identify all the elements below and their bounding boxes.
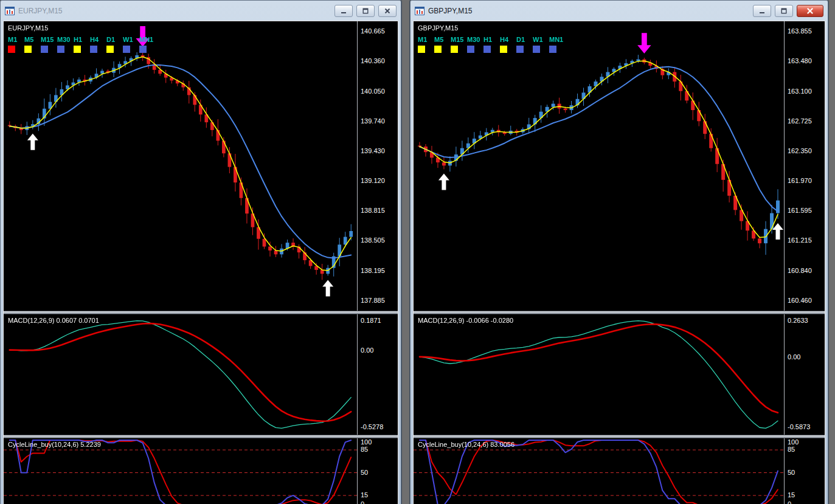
cycle-scale-label: 15 (788, 491, 795, 499)
price-scale-label: 161.970 (788, 177, 812, 185)
macd-panel: MACD(12,26,9) -0.0066 -0.0280 0.2633 0.0… (414, 314, 825, 435)
timeframe-status-box (533, 46, 540, 53)
cycle-plot[interactable]: CycleLine_buy(10,24,6) 83.0056 (414, 438, 784, 504)
cycle-label: CycleLine_buy(10,24,6) 83.0056 (418, 441, 515, 448)
main-chart-canvas[interactable] (4, 21, 357, 311)
cycle-scale-label: 100 (788, 438, 799, 446)
minimize-icon (341, 8, 347, 14)
minimize-button[interactable] (334, 5, 353, 17)
cycle-scale-label: 0 (788, 500, 791, 504)
timeframe-cell: M30 (57, 36, 74, 53)
chart-icon (415, 6, 424, 16)
close-button[interactable] (797, 5, 823, 17)
cycle-scale[interactable]: 1008550150 (357, 438, 398, 504)
timeframe-cell: M5 (434, 36, 451, 53)
timeframe-label: M15 (41, 36, 57, 43)
price-scale[interactable]: 163.855163.480163.100162.725162.350161.9… (784, 21, 825, 311)
cycle-scale-label: 15 (361, 491, 368, 499)
price-scale-label: 139.430 (361, 147, 385, 155)
macd-scale[interactable]: 0.2633 0.00 -0.5873 (784, 314, 825, 435)
maximize-icon (362, 8, 369, 14)
macd-scale-max: 0.2633 (788, 317, 808, 325)
macd-panel: MACD(12,26,9) 0.0607 0.0701 0.1871 0.00 … (4, 314, 398, 435)
close-icon (384, 8, 390, 14)
timeframe-label: H4 (90, 36, 106, 43)
maximize-button[interactable] (775, 5, 793, 17)
price-scale-label: 137.885 (361, 297, 385, 305)
symbol-label: GBPJPY,M15 (418, 24, 458, 32)
main-chart-plot[interactable]: EURJPY,M15 M1M5M15M30H1H4D1W1MN1 (4, 21, 357, 311)
cycle-canvas[interactable] (4, 438, 357, 504)
maximize-button[interactable] (356, 5, 375, 17)
timeframe-cell: D1 (106, 36, 123, 53)
cycle-canvas[interactable] (414, 438, 784, 504)
timeframe-cell: H4 (500, 36, 516, 53)
timeframe-label: M15 (451, 36, 467, 43)
timeframe-label: M30 (57, 36, 74, 43)
close-button[interactable] (378, 5, 397, 17)
chart-icon (5, 6, 15, 16)
cycle-scale[interactable]: 1008550150 (784, 438, 825, 504)
cycle-panel: CycleLine_buy(10,24,6) 83.0056 100855015… (414, 438, 825, 504)
price-scale-label: 163.480 (788, 57, 812, 65)
macd-canvas[interactable] (4, 314, 357, 435)
timeframe-label: M5 (434, 36, 451, 43)
window-title: EURJPY,M15 (18, 7, 331, 15)
timeframe-status-box (41, 46, 48, 53)
timeframe-label: M5 (24, 36, 41, 43)
timeframe-status-box (549, 46, 556, 53)
cycle-scale-label: 50 (361, 469, 368, 477)
price-scale-label: 140.360 (361, 57, 385, 65)
minimize-icon (759, 8, 765, 14)
macd-plot[interactable]: MACD(12,26,9) 0.0607 0.0701 (4, 314, 357, 435)
timeframe-label: H4 (500, 36, 516, 43)
timeframe-label: H1 (483, 36, 500, 43)
price-scale[interactable]: 140.665140.360140.050139.740139.430139.1… (357, 21, 398, 311)
macd-scale[interactable]: 0.1871 0.00 -0.5278 (357, 314, 398, 435)
timeframe-status-box (139, 46, 147, 53)
timeframe-panel: M1M5M15M30H1H4D1W1MN1 (8, 36, 156, 53)
minimize-button[interactable] (753, 5, 771, 17)
macd-scale-zero: 0.00 (361, 346, 373, 354)
timeframe-status-box (516, 46, 524, 53)
price-scale-label: 138.195 (361, 267, 385, 275)
main-chart-canvas[interactable] (414, 21, 784, 311)
timeframe-cell: H1 (483, 36, 500, 53)
timeframe-status-box (123, 46, 130, 53)
timeframe-cell: H4 (90, 36, 106, 53)
cycle-panel: CycleLine_buy(10,24,6) 5.2239 1008550150 (4, 438, 398, 504)
timeframe-label: W1 (533, 36, 549, 43)
timeframe-status-box (467, 46, 474, 53)
cycle-scale-label: 0 (361, 500, 364, 504)
macd-label: MACD(12,26,9) -0.0066 -0.0280 (418, 317, 513, 324)
chart-client-area: EURJPY,M15 M1M5M15M30H1H4D1W1MN1 140.665… (3, 21, 398, 504)
timeframe-status-box (8, 46, 15, 53)
price-scale-label: 139.120 (361, 177, 385, 185)
cycle-plot[interactable]: CycleLine_buy(10,24,6) 5.2239 (4, 438, 357, 504)
price-scale-label: 140.050 (361, 88, 385, 95)
timeframe-cell: D1 (516, 36, 533, 53)
titlebar[interactable]: EURJPY,M15 (3, 1, 398, 21)
timeframe-cell: W1 (123, 36, 139, 53)
price-scale-label: 162.725 (788, 117, 812, 125)
titlebar[interactable]: GBPJPY,M15 (413, 1, 825, 21)
timeframe-status-box (500, 46, 507, 53)
price-scale-label: 138.505 (361, 236, 385, 244)
chart-client-area: GBPJPY,M15 M1M5M15M30H1H4D1W1MN1 163.855… (413, 21, 825, 504)
price-scale-label: 161.215 (788, 236, 812, 244)
macd-canvas[interactable] (414, 314, 784, 435)
chart-window-eurjpy: EURJPY,M15 EURJPY,M15 M1M5M15M30H1H4D1W1… (0, 0, 401, 504)
timeframe-cell: W1 (533, 36, 549, 53)
macd-scale-min: -0.5278 (361, 423, 383, 431)
price-scale-label: 160.840 (788, 267, 812, 275)
macd-plot[interactable]: MACD(12,26,9) -0.0066 -0.0280 (414, 314, 784, 435)
timeframe-cell: M5 (24, 36, 41, 53)
price-panel: GBPJPY,M15 M1M5M15M30H1H4D1W1MN1 163.855… (414, 21, 825, 311)
timeframe-cell: H1 (74, 36, 90, 53)
cycle-scale-label: 50 (788, 469, 795, 477)
macd-scale-zero: 0.00 (788, 353, 800, 361)
timeframe-status-box (451, 46, 458, 53)
cycle-scale-label: 85 (788, 446, 795, 454)
timeframe-cell: MN1 (139, 36, 156, 53)
main-chart-plot[interactable]: GBPJPY,M15 M1M5M15M30H1H4D1W1MN1 (414, 21, 784, 311)
